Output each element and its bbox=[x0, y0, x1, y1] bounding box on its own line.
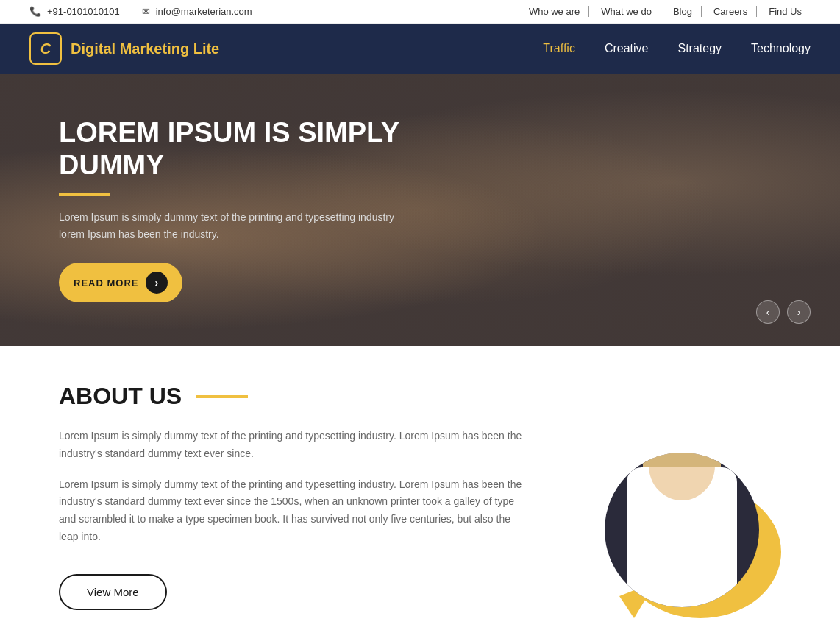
top-bar-contacts: 📞 +91-0101010101 ✉ info@marketerian.com bbox=[29, 6, 252, 17]
about-heading-text: ABOUT US bbox=[59, 383, 182, 410]
main-nav-traffic[interactable]: Traffic bbox=[543, 42, 575, 55]
person-circle bbox=[605, 453, 759, 607]
about-section: ABOUT US Lorem Ipsum is simply dummy tex… bbox=[0, 346, 840, 630]
nav-who-we-are[interactable]: Who we are bbox=[520, 6, 589, 17]
hero-content: LOREM IPSUM IS SIMPLY DUMMY Lorem Ipsum … bbox=[0, 117, 412, 302]
hero-underline bbox=[59, 193, 110, 196]
slider-next-button[interactable]: › bbox=[787, 300, 811, 324]
email-contact: ✉ info@marketerian.com bbox=[142, 6, 252, 17]
logo-icon: C bbox=[29, 32, 62, 65]
main-nav-strategy[interactable]: Strategy bbox=[677, 42, 722, 55]
person-hair bbox=[643, 453, 721, 467]
phone-contact: 📞 +91-0101010101 bbox=[29, 6, 120, 17]
read-more-label: READ MORE bbox=[74, 277, 138, 289]
logo-text: Digital Marketing Lite bbox=[71, 40, 219, 57]
top-bar-nav: Who we are What we do Blog Careers Find … bbox=[520, 6, 811, 17]
chevron-left-icon: ‹ bbox=[766, 306, 770, 318]
main-nav: Traffic Creative Strategy Technology bbox=[543, 42, 811, 55]
email-icon: ✉ bbox=[142, 6, 150, 17]
hero-title: LOREM IPSUM IS SIMPLY DUMMY bbox=[59, 117, 412, 181]
about-image-area bbox=[560, 383, 781, 618]
chevron-right-icon: › bbox=[797, 306, 801, 318]
read-more-button[interactable]: READ MORE › bbox=[59, 263, 182, 302]
nav-what-we-do[interactable]: What we do bbox=[592, 6, 661, 17]
hero-description: Lorem Ipsum is simply dummy text of the … bbox=[59, 209, 412, 242]
phone-number: +91-0101010101 bbox=[47, 6, 120, 17]
logo-area: C Digital Marketing Lite bbox=[29, 32, 219, 65]
nav-blog[interactable]: Blog bbox=[664, 6, 702, 17]
about-heading-underline bbox=[196, 395, 248, 398]
hero-slider-arrows: ‹ › bbox=[756, 300, 811, 324]
logo-letter: C bbox=[40, 40, 51, 57]
about-heading: ABOUT US bbox=[59, 383, 531, 410]
main-nav-creative[interactable]: Creative bbox=[605, 42, 649, 55]
view-more-label: View More bbox=[87, 586, 139, 598]
about-text-2: Lorem Ipsum is simply dummy text of the … bbox=[59, 476, 531, 546]
nav-careers[interactable]: Careers bbox=[705, 6, 757, 17]
about-content: ABOUT US Lorem Ipsum is simply dummy tex… bbox=[59, 383, 531, 610]
phone-icon: 📞 bbox=[29, 6, 41, 17]
about-text-1: Lorem Ipsum is simply dummy text of the … bbox=[59, 428, 531, 463]
arrow-right-icon: › bbox=[146, 272, 168, 294]
main-nav-technology[interactable]: Technology bbox=[751, 42, 811, 55]
view-more-button[interactable]: View More bbox=[59, 574, 167, 610]
main-header: C Digital Marketing Lite Traffic Creativ… bbox=[0, 24, 840, 74]
top-bar: 📞 +91-0101010101 ✉ info@marketerian.com … bbox=[0, 0, 840, 24]
slider-prev-button[interactable]: ‹ bbox=[756, 300, 780, 324]
email-address: info@marketerian.com bbox=[156, 6, 252, 17]
nav-find-us[interactable]: Find Us bbox=[760, 6, 811, 17]
hero-section: LOREM IPSUM IS SIMPLY DUMMY Lorem Ipsum … bbox=[0, 74, 840, 346]
